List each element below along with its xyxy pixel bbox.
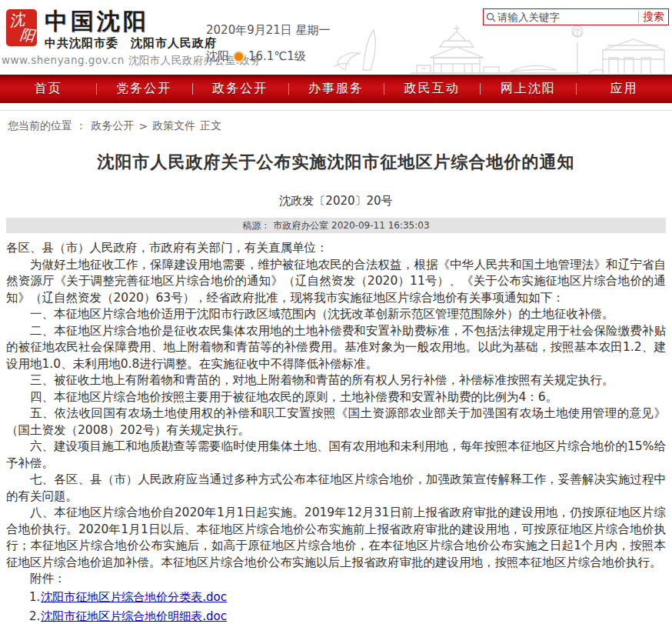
breadcrumb: 您当前的位置 ： 政务公开 > 政策文件 正文 xyxy=(0,110,672,138)
nav-item-gov-affairs[interactable]: 政务公开 xyxy=(192,75,288,103)
paragraph-4: 四、本征地区片综合地价按照主要用于被征地农民的原则，土地补偿费和安置补助费的比例… xyxy=(6,389,666,406)
article-title: 沈阳市人民政府关于公布实施沈阳市征地区片综合地价的通知 xyxy=(6,151,666,174)
main-navbar: 首页 党务公开 政务公开 办事服务 政民互动 网上沈阳 应用 xyxy=(0,75,672,103)
site-logo[interactable]: 沈 阳 中国沈阳 中共沈阳市委 沈阳市人民政府 xyxy=(6,9,217,51)
attachment-number: 2. xyxy=(29,609,40,623)
site-subtitle: 中共沈阳市委 沈阳市人民政府 xyxy=(45,36,217,51)
attachments-heading: 附件： xyxy=(6,571,666,588)
nav-item-party-affairs[interactable]: 党务公开 xyxy=(96,75,192,103)
nav-item-apps[interactable]: 应用 xyxy=(576,75,672,103)
weather-city: 沈阳 xyxy=(206,49,229,64)
breadcrumb-link-gov-affairs[interactable]: 政务公开 xyxy=(91,119,134,133)
paragraph-intro: 为做好土地征收工作，保障建设用地需要，维护被征地农民的合法权益，根据《中华人民共… xyxy=(6,257,666,307)
search-button[interactable]: 搜索 xyxy=(639,10,668,24)
nav-item-home[interactable]: 首页 xyxy=(0,75,96,103)
paragraph-3: 三、被征收土地上有附着物和青苗的，对地上附着物和青苗的所有权人另行补偿，补偿标准… xyxy=(6,372,666,389)
search-box: 搜索 xyxy=(483,8,669,25)
breadcrumb-separator: > xyxy=(138,120,148,132)
paragraph-2: 二、本征地区片综合地价是征收农民集体农用地的土地补偿费和安置补助费标准，不包括法… xyxy=(6,323,666,373)
paragraph-6: 六、建设项目施工和地质勘查等需要临时使用集体土地、国有农用地和未利用地，每年按照… xyxy=(6,439,666,472)
paragraph-8: 八、本征地区片综合地价自2020年1月1日起实施。2019年12月31日前上报省… xyxy=(6,505,666,571)
attachment-row: 2.沈阳市征地区片综合地价明细表.doc xyxy=(6,607,666,624)
nav-item-online-shenyang[interactable]: 网上沈阳 xyxy=(480,75,576,103)
attachment-link-detail-table[interactable]: 沈阳市征地区片综合地价明细表.doc xyxy=(41,609,227,623)
current-date: 2020年9月21日 星期一 xyxy=(206,23,331,38)
article: 沈阳市人民政府关于公布实施沈阳市征地区片综合地价的通知 沈政发〔2020〕20号… xyxy=(0,151,672,624)
attachment-row: 1.沈阳市征地区片综合地价分类表.doc xyxy=(6,588,666,607)
search-input[interactable] xyxy=(497,10,638,24)
breadcrumb-link-policy-docs[interactable]: 政策文件 xyxy=(152,119,195,133)
nav-item-services[interactable]: 办事服务 xyxy=(288,75,384,103)
paragraph-7: 七、各区、县（市）人民政府应当通过多种方式公布本征地区片综合地价，加强政策宣传解… xyxy=(6,472,666,505)
weather-value: 16.1℃1级 xyxy=(248,49,306,64)
salutation: 各区、县（市）人民政府，市政府有关部门，有关直属单位： xyxy=(6,240,666,257)
sun-icon xyxy=(235,52,243,61)
shenyang-seal-logo: 沈 阳 xyxy=(6,9,37,46)
source-bar: 稿源： 市政府办公室 2020-09-11 16:35:03 xyxy=(6,218,666,233)
site-banner: 沈 阳 中国沈阳 中共沈阳市委 沈阳市人民政府 www.shenyang.gov… xyxy=(0,0,672,75)
paragraph-1: 一、本征地区片综合地价适用于沈阳市行政区域范围内（沈抚改革创新示范区管理范围除外… xyxy=(6,306,666,323)
attachment-link-classification-table[interactable]: 沈阳市征地区片综合地价分类表.doc xyxy=(41,590,227,604)
weather-row: 沈阳 16.1℃1级 xyxy=(206,49,331,64)
article-body: 各区、县（市）人民政府，市政府有关部门，有关直属单位： 为做好土地征收工作，保障… xyxy=(6,240,666,588)
attachment-number: 1. xyxy=(29,590,40,604)
date-weather-block: 2020年9月21日 星期一 沈阳 16.1℃1级 xyxy=(206,23,331,64)
breadcrumb-prefix: 您当前的位置 ： xyxy=(8,119,86,133)
search-icon xyxy=(484,12,497,22)
site-title: 中国沈阳 xyxy=(45,9,217,34)
breadcrumb-current: 正文 xyxy=(200,119,221,133)
paragraph-5: 五、依法收回国有农场土地使用权的补偿和职工安置按照《国土资源部农业部关于加强国有… xyxy=(6,405,666,439)
doc-number: 沈政发〔2020〕20号 xyxy=(6,194,666,209)
nav-item-interaction[interactable]: 政民互动 xyxy=(384,75,480,103)
seal-char-2: 阳 xyxy=(19,25,36,46)
attachments-list: 1.沈阳市征地区片综合地价分类表.doc 2.沈阳市征地区片综合地价明细表.do… xyxy=(6,588,666,624)
